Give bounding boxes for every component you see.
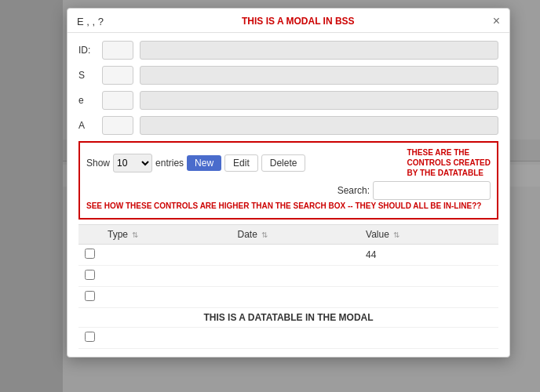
search-input[interactable] (373, 181, 491, 200)
e-label: e (78, 95, 102, 106)
form-row-a: A (78, 116, 498, 135)
form-row-s: S (78, 66, 498, 85)
edit-button[interactable]: Edit (224, 154, 258, 172)
row-type (101, 328, 232, 349)
row-checkbox[interactable] (85, 291, 95, 301)
search-label: Search: (338, 185, 370, 196)
modal-header: E , , ? THIS IS A MODAL IN BSS × (68, 9, 509, 33)
row-checkbox-cell (78, 287, 101, 308)
id-input-small[interactable] (102, 41, 133, 60)
search-row: Search: (86, 181, 491, 200)
e-input-small[interactable] (102, 91, 133, 110)
row-checkbox[interactable] (85, 270, 95, 280)
modal-title-left: E , , ? (77, 16, 104, 27)
row-value (359, 287, 498, 308)
new-button[interactable]: New (187, 155, 221, 171)
col-date: Date ⇅ (232, 225, 360, 245)
col-checkbox (78, 225, 101, 245)
show-label: Show (86, 158, 110, 169)
form-row-id: ID: (78, 41, 498, 60)
controls-top-row: Show 10 25 50 100 entries New Edit Delet… (86, 147, 491, 178)
entries-label: entries (155, 158, 184, 169)
row-checkbox-cell (78, 328, 101, 349)
entries-select[interactable]: 10 25 50 100 (113, 154, 152, 172)
table-row (78, 266, 498, 287)
modal: E , , ? THIS IS A MODAL IN BSS × ID: S e… (67, 8, 510, 358)
modal-title-center: THIS IS A MODAL IN BSS (104, 16, 493, 27)
table-row (78, 287, 498, 308)
datatable: Type ⇅ Date ⇅ Value ⇅ (78, 224, 498, 349)
id-input-large[interactable] (140, 41, 498, 60)
e-input-large[interactable] (140, 91, 498, 110)
table-row: 44 (78, 245, 498, 266)
sort-icon-type: ⇅ (132, 230, 138, 239)
a-label: A (78, 120, 102, 131)
table-row (78, 328, 498, 349)
row-value (359, 328, 498, 349)
row-checkbox-cell (78, 245, 101, 266)
modal-body: ID: S e A Show 10 (68, 33, 509, 357)
row-value (359, 266, 498, 287)
table-row: THIS IS A DATATABLE IN THE MODAL (78, 308, 498, 328)
row-type (101, 287, 232, 308)
row-checkbox[interactable] (85, 332, 95, 342)
col-value: Value ⇅ (359, 225, 498, 245)
s-input-large[interactable] (140, 66, 498, 85)
sort-icon-date: ⇅ (261, 230, 268, 239)
inline-warning: SEE HOW THESE CONTROLS ARE HIGHER THAN T… (86, 201, 491, 210)
row-checkbox[interactable] (85, 249, 95, 259)
row-date (232, 328, 360, 349)
row-date (232, 245, 360, 266)
modal-close-button[interactable]: × (493, 15, 500, 27)
controls-annotation: THESE ARE THECONTROLS CREATEDBY THE DATA… (407, 147, 491, 178)
a-input-large[interactable] (140, 116, 498, 135)
form-row-e: e (78, 91, 498, 110)
col-type: Type ⇅ (101, 225, 232, 245)
row-date (232, 266, 360, 287)
sort-icon-value: ⇅ (393, 230, 400, 239)
row-value: 44 (359, 245, 498, 266)
id-label: ID: (78, 45, 102, 56)
delete-button[interactable]: Delete (261, 154, 306, 172)
row-type (101, 245, 232, 266)
row-date (232, 287, 360, 308)
row-type (101, 266, 232, 287)
row-checkbox-cell (78, 266, 101, 287)
datatable-title: THIS IS A DATATABLE IN THE MODAL (78, 308, 498, 328)
a-input-small[interactable] (102, 116, 133, 135)
datatable-controls-section: Show 10 25 50 100 entries New Edit Delet… (78, 141, 498, 220)
s-label: S (78, 70, 102, 81)
s-input-small[interactable] (102, 66, 133, 85)
